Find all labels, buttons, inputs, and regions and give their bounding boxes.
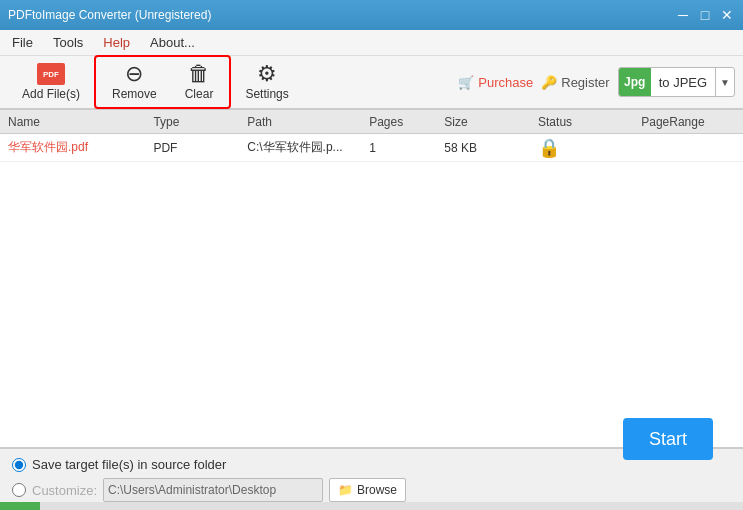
menu-tools[interactable]: Tools	[45, 32, 91, 53]
settings-label: Settings	[245, 87, 288, 101]
browse-button[interactable]: 📁 Browse	[329, 478, 406, 502]
browse-label: Browse	[357, 483, 397, 497]
format-dropdown-arrow[interactable]: ▼	[715, 67, 734, 97]
settings-icon: ⚙	[257, 63, 277, 85]
key-icon: 🔑	[541, 75, 557, 90]
progress-bar-fill	[0, 502, 40, 510]
purchase-button[interactable]: 🛒 Purchase	[458, 75, 533, 90]
pdf-icon	[37, 63, 65, 85]
remove-label: Remove	[112, 87, 157, 101]
col-header-path: Path	[247, 115, 369, 129]
actions-right: 🛒 Purchase 🔑 Register Jpg to JPEG ▼	[458, 67, 735, 97]
col-header-status: Status	[538, 115, 641, 129]
lock-icon: 🔒	[538, 138, 560, 158]
file-name: 华军软件园.pdf	[8, 139, 153, 156]
col-header-pagerange: PageRange	[641, 115, 735, 129]
actions-left: Add File(s) ⊖ Remove 🗑 Clear ⚙ Settings	[8, 55, 303, 109]
format-label: to JPEG	[651, 75, 715, 90]
save-option-row: Save target file(s) in source folder	[12, 457, 731, 472]
column-headers: Name Type Path Pages Size Status PageRan…	[0, 110, 743, 134]
col-header-name: Name	[8, 115, 153, 129]
app-title: PDFtoImage Converter (Unregistered)	[8, 8, 211, 22]
file-path: C:\华军软件园.p...	[247, 139, 369, 156]
start-button[interactable]: Start	[623, 418, 713, 460]
customize-radio[interactable]	[12, 483, 26, 497]
file-list: 华军软件园.pdf PDF C:\华军软件园.p... 1 58 KB 🔒	[0, 134, 743, 448]
remove-icon: ⊖	[125, 63, 143, 85]
customize-label: Customize:	[32, 483, 97, 498]
table-row[interactable]: 华军软件园.pdf PDF C:\华军软件园.p... 1 58 KB 🔒	[0, 134, 743, 162]
title-bar: PDFtoImage Converter (Unregistered) ─ □ …	[0, 0, 743, 30]
maximize-button[interactable]: □	[697, 8, 713, 22]
file-pages: 1	[369, 141, 444, 155]
clear-button[interactable]: 🗑 Clear	[171, 59, 228, 105]
col-header-size: Size	[444, 115, 538, 129]
save-source-radio[interactable]	[12, 458, 26, 472]
col-header-pages: Pages	[369, 115, 444, 129]
remove-clear-group: ⊖ Remove 🗑 Clear	[94, 55, 231, 109]
add-files-icon	[37, 63, 65, 85]
register-button[interactable]: 🔑 Register	[541, 75, 609, 90]
format-icon-text: Jpg	[624, 75, 645, 89]
customize-row: Customize: 📁 Browse	[12, 478, 731, 502]
close-button[interactable]: ✕	[719, 8, 735, 22]
window-controls: ─ □ ✕	[675, 8, 735, 22]
folder-icon: 📁	[338, 483, 353, 497]
main-container: File Tools Help About... Add File(s) ⊖ R…	[0, 30, 743, 510]
menu-about[interactable]: About...	[142, 32, 203, 53]
file-status: 🔒	[538, 137, 641, 159]
trash-icon: 🗑	[188, 63, 210, 85]
add-files-button[interactable]: Add File(s)	[8, 59, 94, 105]
file-type: PDF	[153, 141, 247, 155]
cart-icon: 🛒	[458, 75, 474, 90]
format-icon: Jpg	[619, 67, 651, 97]
register-label: Register	[561, 75, 609, 90]
format-selector[interactable]: Jpg to JPEG ▼	[618, 67, 735, 97]
clear-label: Clear	[185, 87, 214, 101]
progress-bar-area	[0, 502, 743, 510]
purchase-label: Purchase	[478, 75, 533, 90]
menu-bar: File Tools Help About...	[0, 30, 743, 56]
add-files-label: Add File(s)	[22, 87, 80, 101]
col-header-type: Type	[153, 115, 247, 129]
menu-help[interactable]: Help	[95, 32, 138, 53]
minimize-button[interactable]: ─	[675, 8, 691, 22]
save-source-label: Save target file(s) in source folder	[32, 457, 226, 472]
file-size: 58 KB	[444, 141, 538, 155]
remove-button[interactable]: ⊖ Remove	[98, 59, 171, 105]
actions-bar: Add File(s) ⊖ Remove 🗑 Clear ⚙ Settings	[0, 56, 743, 110]
menu-file[interactable]: File	[4, 32, 41, 53]
settings-button[interactable]: ⚙ Settings	[231, 59, 302, 105]
customize-path-input[interactable]	[103, 478, 323, 502]
